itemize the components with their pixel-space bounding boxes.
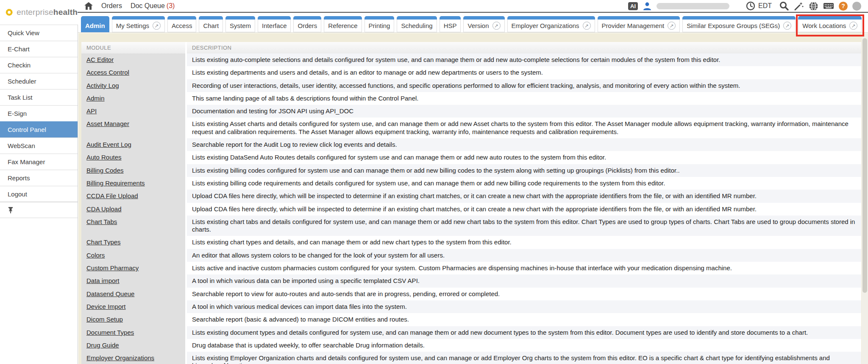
sidebar-pin-toggle[interactable] — [0, 202, 78, 218]
module-link-datasend-queue[interactable]: Datasend Queue — [86, 290, 134, 297]
doc-queue-count-badge: (3) — [167, 2, 175, 9]
vertical-scrollbar[interactable] — [862, 33, 868, 364]
module-cell: CDA Upload — [81, 203, 185, 216]
module-link-asset-manager[interactable]: Asset Manager — [86, 120, 129, 127]
sidebar-item-control-panel[interactable]: Control Panel — [0, 121, 78, 137]
tab-printing[interactable]: Printing — [364, 16, 395, 32]
tab-hsp[interactable]: HSP — [440, 16, 461, 32]
module-link-billing-requirements[interactable]: Billing Requirements — [86, 179, 145, 187]
table-row: Custom PharmacyLists active and inactive… — [81, 262, 861, 274]
sidebar-item-logout[interactable]: Logout — [0, 186, 78, 202]
tab-label: Chart — [203, 22, 219, 29]
module-description: Upload CDA files here directly, which wi… — [187, 190, 861, 202]
tab-reference[interactable]: Reference — [324, 16, 362, 32]
sidebar-item-label: Scheduler — [8, 78, 36, 85]
tab-orders[interactable]: Orders — [293, 16, 321, 32]
sidebar-item-label: E-Sign — [8, 110, 27, 117]
table-row: Billing CodesLists existing billing code… — [81, 164, 861, 177]
module-link-ccda-file-upload[interactable]: CCDA File Upload — [86, 192, 138, 199]
module-link-chart-types[interactable]: Chart Types — [86, 238, 121, 246]
module-link-drug-guide[interactable]: Drug Guide — [86, 342, 119, 349]
module-link-document-types[interactable]: Document Types — [86, 329, 134, 336]
module-link-cda-upload[interactable]: CDA Upload — [86, 205, 122, 213]
ai-badge[interactable]: AI — [628, 2, 638, 10]
tab-my-settings[interactable]: My Settings↗ — [112, 16, 165, 32]
module-link-billing-codes[interactable]: Billing Codes — [86, 167, 124, 174]
magic-wand-icon[interactable] — [794, 1, 804, 11]
table-row: Data importA tool in which various data … — [81, 274, 861, 287]
tab-scheduling[interactable]: Scheduling — [397, 16, 437, 32]
sidebar-item-label: Checkin — [8, 62, 31, 69]
tab-version[interactable]: Version↗ — [463, 16, 504, 32]
brand-name-bold: health — [53, 8, 78, 17]
sidebar-item-fax-manager[interactable]: Fax Manager — [0, 154, 78, 170]
module-link-colors[interactable]: Colors — [86, 252, 105, 259]
module-link-audit-event-log[interactable]: Audit Event Log — [86, 141, 131, 148]
sidebar-item-task-list[interactable]: Task List — [0, 89, 78, 105]
breadcrumb-doc-queue[interactable]: Doc Queue(3) — [131, 2, 175, 10]
tab-label: System — [230, 22, 251, 29]
tab-interface[interactable]: Interface — [258, 16, 291, 32]
tab-label: Admin — [85, 22, 105, 29]
tab-provider-management[interactable]: Provider Management↗ — [598, 16, 680, 32]
module-link-employer-organizations[interactable]: Employer Organizations — [86, 354, 154, 361]
module-description: Drug database that is updated weekly, to… — [187, 339, 861, 352]
sidebar-item-e-chart[interactable]: E-Chart — [0, 41, 78, 57]
module-description: Lists existing Employer Organization cha… — [187, 352, 861, 364]
tab-similar-exposure-groups-segs[interactable]: Similar Exposure Groups (SEGs)↗ — [682, 16, 796, 32]
scrollbar-thumb[interactable] — [862, 38, 867, 293]
globe-icon[interactable] — [809, 1, 818, 11]
sidebar-item-quick-view[interactable]: Quick View — [0, 25, 78, 41]
tab-admin[interactable]: Admin — [81, 16, 109, 32]
module-link-admin[interactable]: Admin — [86, 95, 105, 102]
module-cell: AC Editor — [81, 53, 185, 66]
module-link-dicom-setup[interactable]: Dicom Setup — [86, 316, 123, 323]
module-link-activity-log[interactable]: Activity Log — [86, 82, 119, 89]
keyboard-icon[interactable] — [823, 2, 834, 10]
brand-name: enterprisehealth — [17, 8, 78, 17]
table-row: AdminThis same landing page of all tabs … — [81, 92, 861, 105]
external-link-icon: ↗ — [783, 22, 791, 30]
app-logo: enterprisehealth — [0, 0, 78, 25]
sidebar-item-scheduler[interactable]: Scheduler — [0, 73, 78, 89]
tab-access[interactable]: Access — [167, 16, 196, 32]
tab-system[interactable]: System — [225, 16, 255, 32]
module-cell: Billing Codes — [81, 164, 185, 177]
sidebar-item-webscan[interactable]: WebScan — [0, 137, 78, 154]
module-link-api[interactable]: API — [86, 107, 97, 115]
tab-label: Version — [467, 22, 489, 29]
module-link-auto-routes[interactable]: Auto Routes — [86, 154, 122, 161]
table-row: Audit Event LogSearchable report for the… — [81, 138, 861, 151]
module-link-access-control[interactable]: Access Control — [86, 69, 129, 76]
module-link-chart-tabs[interactable]: Chart Tabs — [86, 218, 117, 225]
module-description: A tool in which various medical devices … — [187, 300, 861, 313]
sidebar-item-e-sign[interactable]: E-Sign — [0, 105, 78, 121]
module-link-custom-pharmacy[interactable]: Custom Pharmacy — [86, 264, 139, 272]
tab-accent-bar — [463, 16, 504, 20]
module-description: Lists existing billing code requirements… — [187, 177, 861, 190]
external-link-icon: ↗ — [668, 22, 676, 30]
tab-employer-organizations[interactable]: Employer Organizations↗ — [507, 16, 595, 32]
user-icon[interactable] — [643, 1, 652, 11]
module-link-ac-editor[interactable]: AC Editor — [86, 56, 114, 63]
sidebar-item-reports[interactable]: Reports — [0, 170, 78, 186]
sidebar-item-checkin[interactable]: Checkin — [0, 57, 78, 73]
tab-body: My Settings↗ — [112, 20, 165, 32]
table-row: Billing RequirementsLists existing billi… — [81, 177, 861, 190]
table-row: Auto RoutesLists existing DataSend Auto … — [81, 151, 861, 164]
tab-work-locations[interactable]: Work Locations↗ — [798, 16, 862, 32]
tab-chart[interactable]: Chart — [199, 16, 223, 32]
home-icon[interactable] — [84, 2, 93, 10]
module-cell: Auto Routes — [81, 151, 185, 164]
module-description: This same landing page of all tabs & des… — [187, 92, 861, 105]
module-cell: Audit Event Log — [81, 138, 185, 151]
module-link-device-import[interactable]: Device Import — [86, 303, 126, 310]
module-description: An editor that allows system colors to b… — [187, 249, 861, 262]
clock-icon[interactable] — [746, 1, 755, 11]
table-row: Employer OrganizationsLists existing Emp… — [81, 352, 861, 364]
module-link-data-import[interactable]: Data import — [86, 277, 120, 284]
help-icon[interactable]: ? — [839, 2, 848, 11]
breadcrumb-orders[interactable]: Orders — [101, 2, 122, 10]
search-icon[interactable] — [779, 1, 789, 11]
tab-label: Access — [172, 22, 192, 29]
